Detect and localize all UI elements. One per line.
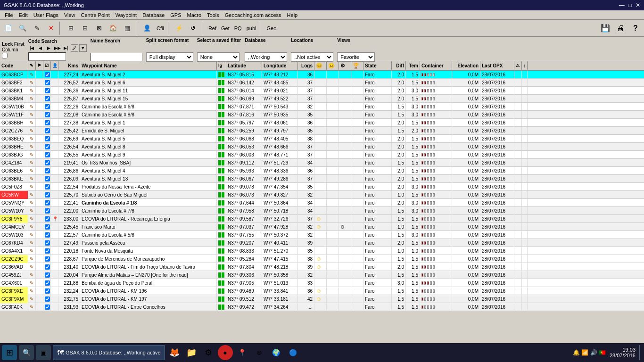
- help-button[interactable]: ?: [629, 22, 642, 35]
- col-header-trophy[interactable]: 🏆: [351, 61, 363, 70]
- col-header-container[interactable]: Container: [420, 61, 452, 70]
- show-desktop[interactable]: [639, 345, 642, 360]
- cell-cb[interactable]: [43, 103, 51, 111]
- table-row[interactable]: GC63BE6✎226,86Aventura S. Miguel 4N37° 0…: [0, 167, 644, 175]
- open-button[interactable]: 🔍: [16, 22, 29, 35]
- menu-item-tools[interactable]: Tools: [204, 12, 222, 18]
- cell-cb[interactable]: [43, 255, 51, 263]
- col-header-diff[interactable]: Diff: [392, 61, 406, 70]
- cell-cb[interactable]: [43, 295, 51, 303]
- col-header-edit[interactable]: ✎: [28, 61, 36, 70]
- cell-cb[interactable]: [43, 127, 51, 135]
- col-header-flag[interactable]: ⚑: [36, 61, 43, 70]
- cell-cb[interactable]: [43, 175, 51, 183]
- menu-item-waypoint[interactable]: Waypoint: [113, 12, 140, 18]
- table-row[interactable]: GC5F0Z8✎222,54Produtos da Nossa Terra - …: [0, 183, 644, 191]
- table-row[interactable]: GC3F9XE✎232,24ECOVIA do LITORAL - KM 196…: [0, 287, 644, 295]
- menu-item-centre-point[interactable]: Centre Point: [78, 12, 113, 18]
- person-button[interactable]: 👤: [140, 22, 154, 35]
- database-select[interactable]: ,,Working: [245, 52, 287, 62]
- table-row[interactable]: GC36VAD✎231,40ECOVIA do LITORAL - Fim do…: [0, 263, 644, 271]
- col-header-extra[interactable]: 👤: [51, 61, 58, 70]
- table-row[interactable]: GC4MCEV✎225,45Francisco MartoN37° 07.037…: [0, 223, 644, 231]
- cell-cb[interactable]: [43, 263, 51, 271]
- cell-cb[interactable]: [43, 151, 51, 159]
- col-header-smiley1[interactable]: 😊: [314, 61, 327, 70]
- split-screen-select[interactable]: Full display: [146, 52, 193, 62]
- locations-select[interactable]: ..Not active: [291, 52, 333, 62]
- settings-taskbar[interactable]: ⚙: [201, 345, 216, 360]
- table-row[interactable]: GC2CZ76✎225,42Ermida de S. MiguelN37° 06…: [0, 127, 644, 135]
- cell-cb[interactable]: [43, 279, 51, 287]
- table-row[interactable]: GC4Z184✎219,41Os Tr3s Moinhos [SBA]N37° …: [0, 159, 644, 167]
- table-row[interactable]: GC63BKE✎226,09Aventura S. Miguel 13N37° …: [0, 175, 644, 183]
- cell-cb[interactable]: [43, 135, 51, 143]
- save-button[interactable]: 💾: [599, 22, 612, 35]
- table-row[interactable]: GC63BEQ✎226,69Aventura S. Miguel 5N37° 0…: [0, 135, 644, 143]
- cell-cb[interactable]: [43, 71, 51, 79]
- geocache-icon[interactable]: ⊛: [252, 345, 267, 360]
- cell-cb[interactable]: [43, 271, 51, 279]
- col-header-lon[interactable]: Longitude: [262, 61, 298, 70]
- menu-item-gps[interactable]: GPS: [167, 12, 184, 18]
- cell-cb[interactable]: [43, 95, 51, 103]
- table-row[interactable]: GC3F9Y8✎📍233,00ECOVIA do LITORAL - Recar…: [0, 215, 644, 223]
- table-row[interactable]: GC5KW✎225,70Subida ao Cerro de São Migue…: [0, 191, 644, 199]
- table-row[interactable]: GC459ZJ✎220,04Parque Almeida Matias – EN…: [0, 271, 644, 279]
- table-row[interactable]: GC63BCP✎227,24Aventura S. Miguel 2N37° 0…: [0, 71, 644, 79]
- col-header-gpx[interactable]: Last GPX: [480, 61, 514, 70]
- cell-cb[interactable]: [43, 239, 51, 247]
- cell-cb[interactable]: [43, 183, 51, 191]
- print2-button[interactable]: 🖨: [614, 22, 627, 35]
- nav-play[interactable]: ▶: [45, 44, 53, 52]
- filter-btn[interactable]: ▼: [79, 44, 87, 52]
- minimize-button[interactable]: —: [619, 2, 625, 8]
- col-header-lg[interactable]: lg: [217, 61, 226, 70]
- table-row[interactable]: GC3F9XM✎232,75ECOVIA do LITORAL - KM 197…: [0, 295, 644, 303]
- table-container[interactable]: GC63BCP✎227,24Aventura S. Miguel 2N37° 0…: [0, 71, 644, 352]
- table-row[interactable]: GC5W103✎222,57Caminho da Escola # 5/8N37…: [0, 231, 644, 239]
- table-row[interactable]: GC6A4X1✎220,18Fonte Nova da MesquitaN37°…: [0, 247, 644, 255]
- nav-prev[interactable]: ◀: [37, 44, 44, 52]
- folder-icon[interactable]: 📁: [184, 345, 199, 360]
- table-row[interactable]: GC5W10B✎222,26Caminho da Escola # 6/8N37…: [0, 103, 644, 111]
- cell-cb[interactable]: [43, 223, 51, 231]
- firefox-icon[interactable]: 🦊: [167, 345, 182, 360]
- close-button[interactable]: ✕: [636, 2, 640, 8]
- views-select[interactable]: Favorite: [337, 52, 375, 62]
- cell-cb[interactable]: [43, 167, 51, 175]
- col-header-elevation[interactable]: Elevation: [452, 61, 480, 70]
- table-row[interactable]: GC67KD4✎227,49Passeio pela AssécaN37° 09…: [0, 239, 644, 247]
- table-row[interactable]: GC3FA0K✎231,93ECOVIA do LITORAL - Entre …: [0, 303, 644, 311]
- highlight-btn[interactable]: 🖊: [71, 44, 78, 52]
- col-header-logs[interactable]: Logs: [298, 61, 314, 70]
- table-row[interactable]: GC63BM4✎225,87Aventura S. Miguel 15N37° …: [0, 95, 644, 103]
- table-row[interactable]: GC5W10Y✎222,00Caminho da Escola # 7/8N37…: [0, 207, 644, 215]
- earth-icon[interactable]: 🌍: [269, 345, 284, 360]
- maximize-button[interactable]: □: [628, 2, 632, 8]
- cell-cb[interactable]: [43, 79, 51, 87]
- table-row[interactable]: GC63BJG✎226,55Aventura S. Miguel 9N37° 0…: [0, 151, 644, 159]
- copy-button[interactable]: ⊞: [64, 22, 77, 35]
- gsak-app[interactable]: 🗺 GSAK 8.6.0.0 Database: ,,Working activ…: [53, 345, 165, 360]
- location-icon[interactable]: 📍: [235, 345, 250, 360]
- nav-last[interactable]: ▶|: [62, 44, 70, 52]
- code-search-input[interactable]: [28, 52, 66, 61]
- cell-cb[interactable]: [43, 207, 51, 215]
- nav-first[interactable]: |◀: [28, 44, 36, 52]
- menu-item-file[interactable]: File: [2, 12, 16, 18]
- menu-item-database[interactable]: Database: [140, 12, 167, 18]
- table-row[interactable]: GC5VNQY✎222,41Caminho da Escola # 1/8N37…: [0, 199, 644, 207]
- col-header-smiley2[interactable]: 😐: [327, 61, 339, 70]
- cell-cb[interactable]: [43, 199, 51, 207]
- move-button[interactable]: ⊠: [92, 22, 106, 35]
- cell-cb[interactable]: [43, 247, 51, 255]
- col-header-gear[interactable]: ⚙: [339, 61, 351, 70]
- name-search-input[interactable]: [91, 53, 142, 61]
- table-row[interactable]: GC63BF3✎226,52Aventura S. Miguel 6N37° 0…: [0, 79, 644, 87]
- table-row[interactable]: GC63BK1✎226,36Aventura S. Miguel 11N37° …: [0, 87, 644, 95]
- red-icon[interactable]: ●: [218, 345, 233, 360]
- col-header-terr[interactable]: Tem: [406, 61, 420, 70]
- table-row[interactable]: GC2CZ9C✎228,67Parque de Merendas de Monc…: [0, 255, 644, 263]
- saved-filter-select[interactable]: None: [197, 52, 239, 62]
